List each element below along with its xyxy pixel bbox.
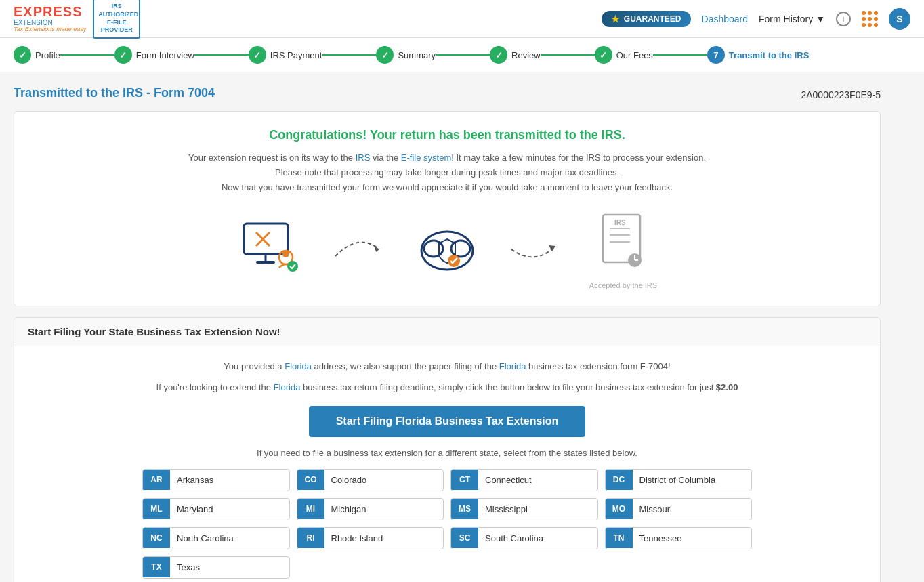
page-title: Transmitted to the IRS - Form 7004 <box>14 86 215 100</box>
state-desc-2: If you're looking to extend the Florida … <box>28 381 866 395</box>
irs-document-graphic: IRS Accepted by the IRS <box>589 211 657 289</box>
step-line-1 <box>60 54 114 56</box>
arrow-right-graphic-2 <box>508 229 562 272</box>
step-circle-summary: ✓ <box>376 46 394 64</box>
state-section-body: You provided a Florida address, we also … <box>14 346 880 582</box>
step-summary[interactable]: ✓ Summary <box>376 46 436 64</box>
state-code: DC <box>606 470 633 490</box>
congrats-line3: Now that you have transmitted your form … <box>30 180 864 195</box>
chevron-down-icon: ▼ <box>816 14 825 24</box>
guaranteed-badge: ★ GUARANTEED <box>602 11 691 27</box>
state-btn-ri[interactable]: RIRhode Island <box>297 527 444 549</box>
congrats-line2: Please note that processing may take lon… <box>30 165 864 180</box>
state-name: Michigan <box>324 499 373 520</box>
step-circle-our-fees: ✓ <box>595 46 612 64</box>
state-btn-ml[interactable]: MLMaryland <box>142 498 290 520</box>
transmission-graphic: IRS Accepted by the IRS <box>30 211 864 289</box>
step-circle-profile: ✓ <box>14 46 31 64</box>
congrats-card: Congratulations! Your return has been tr… <box>14 111 881 306</box>
header-right: ★ GUARANTEED Dashboard Form History ▼ i … <box>602 8 910 30</box>
price-label: $2.00 <box>716 382 738 392</box>
header: EXPRESS EXTENSION Tax Extensions made ea… <box>0 0 924 38</box>
step-circle-review: ✓ <box>490 46 507 64</box>
state-btn-tn[interactable]: TNTennessee <box>605 527 753 549</box>
arrow-right-icon <box>332 229 386 270</box>
arrow-right-icon-2 <box>508 229 562 270</box>
state-name: Rhode Island <box>324 528 390 549</box>
state-name: Connecticut <box>478 470 539 491</box>
header-left: EXPRESS EXTENSION Tax Extensions made ea… <box>14 0 140 39</box>
grid-icon[interactable] <box>862 11 878 27</box>
irs-document-icon: IRS <box>593 211 654 276</box>
state-btn-mo[interactable]: MOMissouri <box>605 498 753 520</box>
state-name: Texas <box>170 557 207 578</box>
state-code: NC <box>143 528 170 548</box>
step-transmit[interactable]: 7 Transmit to the IRS <box>707 46 809 64</box>
svg-text:IRS: IRS <box>614 219 626 226</box>
step-label-transmit: Transmit to the IRS <box>729 50 809 60</box>
main-content: Transmitted to the IRS - Form 7004 2A000… <box>0 72 894 582</box>
user-avatar[interactable]: S <box>889 8 910 30</box>
step-irs-payment[interactable]: ✓ IRS Payment <box>249 46 322 64</box>
step-line-5 <box>541 54 595 56</box>
form-id: 2A0000223F0E9-5 <box>801 89 881 100</box>
state-code: SC <box>451 528 478 548</box>
state-code: MI <box>297 499 324 519</box>
state-btn-sc[interactable]: SCSouth Carolina <box>450 527 598 549</box>
state-name: Mississippi <box>478 499 534 520</box>
cloud-icon <box>413 220 481 281</box>
info-icon[interactable]: i <box>836 12 851 26</box>
state-code: AR <box>143 470 170 490</box>
state-desc-1: You provided a Florida address, we also … <box>28 360 866 374</box>
state-name: Maryland <box>170 499 219 520</box>
state-btn-tx[interactable]: TXTexas <box>142 556 290 579</box>
form-history-link[interactable]: Form History ▼ <box>759 14 825 24</box>
state-code: MS <box>451 499 478 519</box>
congrats-text: Your extension request is on its way to … <box>30 150 864 195</box>
svg-point-6 <box>282 251 289 257</box>
state-btn-ct[interactable]: CTConnecticut <box>450 469 598 491</box>
step-our-fees[interactable]: ✓ Our Fees <box>595 46 653 64</box>
step-line-3 <box>322 54 376 56</box>
irs-badge: IRS AUTHORIZED E-FILE PROVIDER <box>93 0 140 39</box>
state-name: District of Columbia <box>633 470 723 491</box>
svg-rect-0 <box>244 224 288 254</box>
form-history-label: Form History <box>759 14 813 24</box>
state-btn-nc[interactable]: NCNorth Carolina <box>142 527 290 549</box>
star-icon: ★ <box>611 14 620 24</box>
svg-point-9 <box>421 232 473 270</box>
step-line-4 <box>436 54 490 56</box>
start-filing-button[interactable]: Start Filing Florida Business Tax Extens… <box>309 406 586 437</box>
state-name: Missouri <box>633 499 679 520</box>
state-btn-dc[interactable]: DCDistrict of Columbia <box>605 469 753 491</box>
step-label-summary: Summary <box>398 50 436 60</box>
step-review[interactable]: ✓ Review <box>490 46 541 64</box>
state-code: TN <box>606 528 633 548</box>
title-row: Transmitted to the IRS - Form 7004 2A000… <box>14 86 881 103</box>
state-section-header: Start Filing Your State Business Tax Ext… <box>14 318 880 346</box>
state-name: Tennessee <box>633 528 689 549</box>
state-code: ML <box>143 499 170 519</box>
state-btn-ar[interactable]: ARArkansas <box>142 469 290 491</box>
state-btn-co[interactable]: COColorado <box>297 469 444 491</box>
state-name: South Carolina <box>478 528 550 549</box>
step-form-interview[interactable]: ✓ Form Interview <box>114 46 194 64</box>
svg-rect-2 <box>256 261 275 264</box>
state-code: CT <box>451 470 478 490</box>
step-profile[interactable]: ✓ Profile <box>14 46 60 64</box>
computer-icon <box>237 220 305 281</box>
step-line-6 <box>653 54 707 56</box>
step-label-form-interview: Form Interview <box>136 50 194 60</box>
state-extension-section: Start Filing Your State Business Tax Ext… <box>14 317 881 582</box>
step-circle-transmit: 7 <box>707 46 725 64</box>
state-btn-mi[interactable]: MIMichigan <box>297 498 444 520</box>
state-name: North Carolina <box>170 528 240 549</box>
select-state-text: If you need to file a business tax exten… <box>28 448 866 458</box>
step-label-profile: Profile <box>35 50 60 60</box>
state-code: MO <box>606 499 633 519</box>
dashboard-link[interactable]: Dashboard <box>702 14 749 24</box>
state-btn-ms[interactable]: MSMississippi <box>450 498 598 520</box>
step-label-review: Review <box>511 50 541 60</box>
svg-point-7 <box>287 261 298 272</box>
florida-ref-2: Florida <box>499 361 526 371</box>
